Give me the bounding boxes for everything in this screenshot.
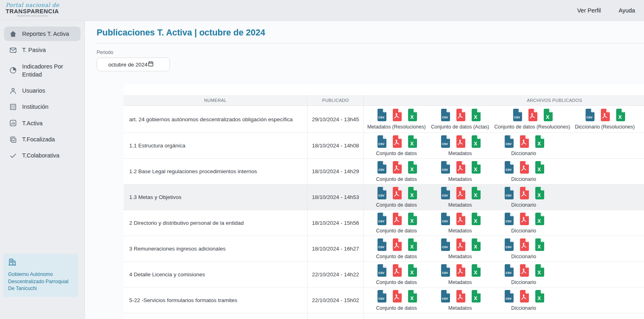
csv-file-icon[interactable]: CSV xyxy=(440,161,450,175)
xls-file-icon[interactable]: X xyxy=(407,213,417,226)
xls-file-icon[interactable]: X xyxy=(471,290,481,304)
xls-file-icon[interactable]: X xyxy=(534,161,544,175)
csv-file-icon[interactable]: CSV xyxy=(376,161,386,175)
svg-text:CSV: CSV xyxy=(442,271,448,274)
csv-file-icon[interactable]: CSV xyxy=(440,238,450,252)
xls-file-icon[interactable]: X xyxy=(471,264,481,278)
csv-file-icon[interactable]: CSV xyxy=(376,187,386,201)
csv-file-icon[interactable]: CSV xyxy=(376,290,386,304)
csv-file-icon[interactable]: CSV xyxy=(440,290,450,304)
pdf-file-icon[interactable] xyxy=(519,135,529,149)
pdf-file-icon[interactable] xyxy=(519,161,529,175)
xls-file-icon[interactable]: X xyxy=(615,109,625,122)
pdf-file-icon[interactable] xyxy=(519,264,529,278)
xls-file-icon[interactable]: X xyxy=(534,264,544,278)
csv-file-icon[interactable]: CSV xyxy=(504,264,514,278)
period-date-input[interactable]: octubre de 2024 xyxy=(97,58,170,71)
xls-file-icon[interactable]: X xyxy=(534,187,544,201)
csv-file-icon[interactable]: CSV xyxy=(440,135,450,149)
sidebar-item-t-colaborativa[interactable]: T.Colaborativa xyxy=(4,148,80,163)
xls-file-icon[interactable]: X xyxy=(534,213,544,226)
csv-file-icon[interactable]: CSV xyxy=(504,161,514,175)
pdf-file-icon[interactable] xyxy=(600,109,610,122)
pdf-file-icon[interactable] xyxy=(455,238,465,252)
ayuda-link[interactable]: Ayuda xyxy=(619,0,635,21)
pdf-file-icon[interactable] xyxy=(519,290,529,304)
pdf-file-icon[interactable] xyxy=(519,238,529,252)
file-icons: CSV X xyxy=(504,187,544,201)
xls-file-icon[interactable]: X xyxy=(534,290,544,304)
xls-file-icon[interactable]: X xyxy=(471,187,481,201)
file-icons: CSV X xyxy=(504,213,544,226)
calendar-icon[interactable] xyxy=(148,61,154,68)
pdf-file-icon[interactable] xyxy=(392,187,402,201)
pdf-file-icon[interactable] xyxy=(455,161,465,175)
csv-file-icon[interactable]: CSV xyxy=(440,264,450,278)
numeral-cell: 4 Detalle Licencia y comisiones xyxy=(124,262,308,287)
xls-file-icon[interactable]: X xyxy=(471,161,481,175)
csv-file-icon[interactable]: CSV xyxy=(440,213,450,226)
csv-file-icon[interactable]: CSV xyxy=(376,135,386,149)
csv-file-icon[interactable]: CSV xyxy=(504,238,514,252)
pdf-file-icon[interactable] xyxy=(455,135,465,149)
pdf-file-icon[interactable] xyxy=(392,213,402,226)
sidebar-item-t-pasiva[interactable]: T. Pasiva xyxy=(4,43,80,57)
xls-file-icon[interactable]: X xyxy=(471,213,481,226)
pdf-file-icon[interactable] xyxy=(392,264,402,278)
sidebar-item-indicadores-por-entidad[interactable]: Indicadores Por Entidad xyxy=(4,59,80,82)
pdf-file-icon[interactable] xyxy=(455,213,465,226)
xls-file-icon[interactable]: X xyxy=(471,135,481,149)
pdf-file-icon[interactable] xyxy=(392,161,402,175)
csv-file-icon[interactable]: CSV xyxy=(376,264,386,278)
xls-file-icon[interactable]: X xyxy=(534,238,544,252)
csv-file-icon[interactable]: CSV xyxy=(584,109,594,122)
file-group: CSV X Metadatos xyxy=(431,213,489,234)
pdf-file-icon[interactable] xyxy=(392,135,402,149)
csv-file-icon[interactable]: CSV xyxy=(504,213,514,226)
xls-file-icon[interactable]: X xyxy=(407,135,417,149)
csv-file-icon[interactable]: CSV xyxy=(504,187,514,201)
svg-text:CSV: CSV xyxy=(514,116,520,119)
xls-file-icon[interactable]: X xyxy=(543,109,553,122)
svg-text:X: X xyxy=(537,192,541,198)
sidebar-item-reportes-t-activa[interactable]: Reportes T. Activa xyxy=(4,27,80,41)
csv-file-icon[interactable]: CSV xyxy=(504,290,514,304)
sidebar-item-usuarios[interactable]: Usuarios xyxy=(4,83,80,98)
table-row: 2 Directorio y distributivo personal de … xyxy=(124,210,644,236)
pdf-file-icon[interactable] xyxy=(392,238,402,252)
csv-file-icon[interactable]: CSV xyxy=(440,187,450,201)
pdf-file-icon[interactable] xyxy=(519,213,529,226)
sidebar-item-t-focalizada[interactable]: T.Focalizada xyxy=(4,132,80,147)
csv-file-icon[interactable]: CSV xyxy=(504,135,514,149)
sidebar-item-t-activa[interactable]: T.Activa xyxy=(4,116,80,130)
csv-file-icon[interactable]: CSV xyxy=(376,109,386,122)
xls-file-icon[interactable]: X xyxy=(534,135,544,149)
pdf-file-icon[interactable] xyxy=(527,109,537,122)
pdf-file-icon[interactable] xyxy=(392,109,402,122)
pdf-file-icon[interactable] xyxy=(392,290,402,304)
file-icons: CSV X xyxy=(376,290,417,304)
xls-file-icon[interactable]: X xyxy=(471,238,481,252)
csv-file-icon[interactable]: CSV xyxy=(376,213,386,226)
xls-file-icon[interactable]: X xyxy=(407,109,417,122)
xls-file-icon[interactable]: X xyxy=(407,161,417,175)
pdf-file-icon[interactable] xyxy=(455,109,465,122)
logo-script-text: Portal nacional de xyxy=(6,2,59,8)
svg-text:X: X xyxy=(410,244,414,249)
pdf-file-icon[interactable] xyxy=(519,187,529,201)
pdf-file-icon[interactable] xyxy=(455,290,465,304)
csv-file-icon[interactable]: CSV xyxy=(512,109,522,122)
sidebar-item-instituci-n[interactable]: Institución xyxy=(4,99,80,114)
xls-file-icon[interactable]: X xyxy=(407,187,417,201)
xls-file-icon[interactable]: X xyxy=(407,290,417,304)
ver-perfil-link[interactable]: Ver Perfil xyxy=(577,0,601,21)
csv-file-icon[interactable]: CSV xyxy=(376,238,386,252)
check-icon xyxy=(9,152,17,160)
file-group: CSV X Diccionario xyxy=(494,290,553,311)
xls-file-icon[interactable]: X xyxy=(471,109,481,122)
xls-file-icon[interactable]: X xyxy=(407,238,417,252)
pdf-file-icon[interactable] xyxy=(455,187,465,201)
xls-file-icon[interactable]: X xyxy=(407,264,417,278)
pdf-file-icon[interactable] xyxy=(455,264,465,278)
csv-file-icon[interactable]: CSV xyxy=(440,109,450,122)
